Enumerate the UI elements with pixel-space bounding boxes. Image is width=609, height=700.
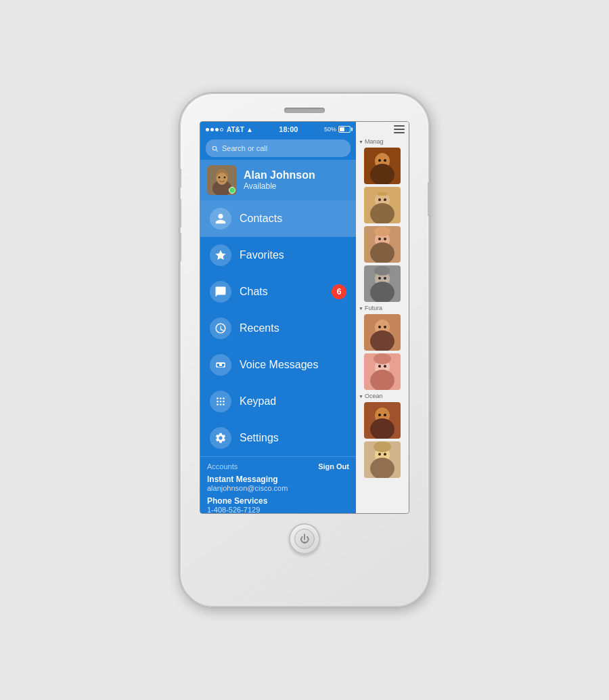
svg-point-18 [220, 403, 222, 406]
battery-icon [338, 126, 351, 133]
user-status-text: Available [244, 181, 315, 191]
chats-label: Chats [240, 286, 323, 298]
contact-avatar-3[interactable] [364, 226, 401, 263]
sidebar-top-bar [356, 122, 409, 137]
account-phone-title: Phone Services [207, 496, 349, 506]
svg-point-12 [220, 397, 222, 399]
clock-icon [215, 322, 227, 334]
user-name: Alan Johnson [244, 169, 315, 181]
battery-percent: 50% [324, 126, 336, 133]
signal-dots [206, 128, 223, 131]
svg-point-8 [217, 364, 219, 366]
group-label-managers: Manag [356, 137, 409, 146]
accounts-section: Accounts Sign Out Instant Messaging alan… [200, 456, 356, 513]
hamburger-menu[interactable] [394, 125, 405, 133]
mute-button[interactable] [179, 169, 181, 188]
power-button[interactable] [428, 182, 430, 216]
contact-avatar-7[interactable] [364, 402, 401, 439]
svg-point-14 [217, 401, 219, 403]
menu-item-settings[interactable]: Settings [200, 420, 356, 456]
svg-point-23 [378, 159, 381, 162]
contact-avatar-2[interactable] [364, 187, 401, 223]
contact-face-3 [364, 226, 401, 263]
user-avatar [207, 165, 237, 195]
hamburger-line-3 [394, 132, 405, 133]
svg-point-46 [378, 326, 381, 328]
svg-point-52 [384, 365, 386, 368]
svg-point-19 [223, 403, 225, 406]
power-icon: ⏻ [300, 533, 309, 544]
svg-point-53 [374, 353, 391, 364]
gear-icon [215, 432, 227, 444]
star-icon [215, 249, 227, 261]
contact-avatar-1[interactable] [364, 148, 401, 184]
svg-rect-10 [218, 366, 223, 367]
menu-item-chats[interactable]: Chats 6 [200, 274, 356, 310]
home-button[interactable]: ⏻ [289, 523, 320, 554]
svg-point-5 [219, 177, 221, 179]
svg-point-47 [384, 326, 386, 328]
menu-item-voicemail[interactable]: Voice Messages [200, 347, 356, 383]
phone-screen: AT&T ▲ 18:00 50% Se [200, 121, 409, 514]
menu-item-favorites[interactable]: Favorites [200, 237, 356, 274]
contacts-label: Contacts [240, 213, 346, 225]
svg-point-62 [378, 453, 381, 456]
search-bar[interactable]: Search or call [206, 139, 351, 157]
menu-items-list: Contacts Favorites [200, 200, 356, 456]
battery-fill [340, 127, 344, 131]
settings-label: Settings [240, 432, 346, 444]
grid-icon [215, 395, 227, 408]
search-placeholder: Search or call [222, 144, 267, 152]
svg-point-4 [217, 173, 227, 185]
svg-point-57 [378, 414, 381, 416]
status-left: AT&T ▲ [206, 126, 253, 133]
hamburger-line-1 [394, 125, 405, 127]
contact-face-7 [364, 402, 401, 439]
phone-speaker [284, 108, 325, 113]
contact-avatar-6[interactable] [364, 353, 401, 390]
user-profile[interactable]: Alan Johnson Available [200, 160, 356, 200]
svg-point-41 [384, 277, 386, 280]
account-im-title: Instant Messaging [207, 475, 349, 484]
signal-dot-2 [210, 128, 214, 131]
svg-point-13 [223, 397, 225, 399]
phone-device: AT&T ▲ 18:00 50% Se [179, 93, 430, 607]
status-right: 50% [324, 126, 351, 133]
svg-point-64 [374, 441, 391, 452]
accounts-label: Accounts [207, 462, 238, 471]
svg-point-11 [217, 397, 219, 399]
svg-point-15 [220, 401, 222, 403]
svg-point-9 [222, 364, 225, 366]
account-item-im: Instant Messaging alanjohnson@cisco.com [207, 475, 349, 492]
user-info: Alan Johnson Available [244, 169, 315, 191]
contact-avatar-8[interactable] [364, 441, 401, 478]
wifi-icon: ▲ [246, 126, 253, 133]
menu-item-keypad[interactable]: Keypad [200, 383, 356, 420]
contact-face-8 [364, 441, 401, 478]
home-button-inner: ⏻ [294, 529, 315, 549]
person-icon [215, 213, 227, 225]
svg-point-29 [384, 198, 386, 201]
recents-label: Recents [240, 322, 346, 334]
contact-avatar-5[interactable] [364, 314, 401, 351]
account-phone-detail: 1-408-526-7129 [207, 506, 349, 513]
svg-point-24 [384, 159, 386, 162]
svg-point-40 [378, 277, 381, 280]
menu-item-contacts[interactable]: Contacts [200, 200, 356, 237]
svg-point-17 [217, 403, 219, 406]
volume-down-button[interactable] [179, 233, 181, 261]
contact-avatar-4[interactable] [364, 265, 401, 302]
menu-panel: AT&T ▲ 18:00 50% Se [200, 122, 356, 513]
sign-out-button[interactable]: Sign Out [318, 462, 349, 471]
svg-point-28 [378, 198, 381, 201]
accounts-header: Accounts Sign Out [207, 462, 349, 471]
svg-point-58 [384, 414, 386, 416]
hamburger-line-2 [394, 129, 405, 130]
group-label-futura: Futura [356, 303, 409, 313]
keypad-label: Keypad [240, 395, 346, 408]
availability-indicator [229, 187, 235, 194]
menu-item-recents[interactable]: Recents [200, 310, 356, 347]
contacts-sidebar: Manag [356, 122, 409, 513]
volume-up-button[interactable] [179, 199, 181, 227]
svg-point-16 [223, 401, 225, 403]
